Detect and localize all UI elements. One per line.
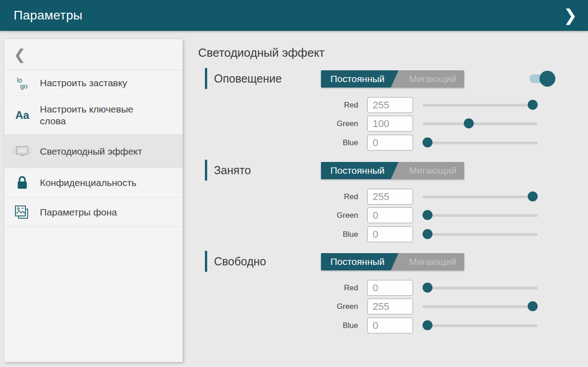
- section-name: Свободно: [214, 255, 266, 268]
- mode-constant-button[interactable]: Постоянный: [321, 162, 398, 179]
- sidebar-item-label: Параметры фона: [40, 200, 117, 225]
- section-accent-bar: [205, 160, 207, 181]
- slider-track: [423, 122, 538, 125]
- slider-thumb[interactable]: [464, 118, 474, 128]
- channel-row-green: Green: [198, 207, 556, 223]
- lock-icon: [5, 176, 40, 190]
- slider-track: [423, 104, 538, 107]
- background-images-icon: [5, 205, 40, 220]
- green-value-input[interactable]: [367, 298, 413, 314]
- mode-segmented-control[interactable]: Постоянный Мигающий: [321, 162, 464, 179]
- sidebar-item-privacy[interactable]: Конфиденциальность: [5, 168, 183, 198]
- slider-track: [423, 233, 538, 236]
- led-section-free: Свободно Постоянный Мигающий Red Green B…: [198, 250, 556, 338]
- section-name: Оповещение: [214, 72, 282, 85]
- sidebar-item-label: Конфиденциальность: [40, 170, 136, 196]
- sidebar-item-keywords[interactable]: Aa Настроить ключевые слова: [5, 96, 183, 135]
- slider-track: [423, 324, 538, 327]
- sidebar-item-led-effect[interactable]: Светодиодный эффект: [5, 135, 183, 168]
- section-name: Занято: [214, 164, 251, 177]
- mode-blinking-button[interactable]: Мигающий: [398, 162, 464, 179]
- blue-slider[interactable]: [423, 226, 538, 242]
- slider-track: [423, 196, 538, 198]
- red-slider[interactable]: [423, 280, 538, 296]
- slider-track: [423, 305, 538, 308]
- slider-thumb[interactable]: [528, 301, 538, 311]
- blue-value-input[interactable]: [367, 318, 413, 333]
- channel-row-red: Red: [198, 189, 556, 205]
- channel-row-red: Red: [198, 280, 556, 296]
- blue-slider[interactable]: [423, 318, 538, 333]
- sidebar-back-button[interactable]: ❮: [5, 39, 183, 70]
- back-chevron-icon: ❮: [14, 47, 26, 62]
- page-title: Параметры: [14, 8, 83, 23]
- channel-label: Red: [317, 97, 358, 113]
- red-slider[interactable]: [423, 189, 538, 205]
- mode-constant-button[interactable]: Постоянный: [321, 70, 398, 88]
- slider-thumb[interactable]: [423, 229, 432, 239]
- green-value-input[interactable]: [367, 207, 413, 223]
- red-value-input[interactable]: [367, 97, 413, 113]
- section-accent-bar: [205, 68, 207, 89]
- settings-sidebar: ❮ lo go Настроить заставку Aa Настроить …: [5, 39, 183, 362]
- mode-segmented-control[interactable]: Постоянный Мигающий: [321, 70, 464, 88]
- sidebar-item-label: Настроить ключевые слова: [40, 97, 153, 134]
- led-section-busy: Занято Постоянный Мигающий Red Green Blu…: [198, 159, 556, 247]
- channel-label: Blue: [317, 135, 358, 151]
- channel-row-green: Green: [198, 298, 556, 314]
- green-slider[interactable]: [423, 298, 538, 314]
- mode-blinking-button[interactable]: Мигающий: [398, 70, 464, 88]
- led-display-icon: [5, 145, 40, 158]
- forward-chevron-icon[interactable]: ❯: [564, 7, 577, 24]
- sidebar-item-background[interactable]: Параметры фона: [5, 198, 183, 227]
- channel-row-blue: Blue: [198, 135, 556, 151]
- channel-row-blue: Blue: [198, 226, 556, 242]
- green-value-input[interactable]: [367, 116, 413, 132]
- slider-track: [423, 214, 538, 217]
- section-title-led-effect: Светодиодный эффект: [198, 46, 325, 60]
- channel-label: Green: [317, 207, 358, 223]
- blue-value-input[interactable]: [367, 226, 413, 242]
- green-slider[interactable]: [423, 207, 538, 223]
- slider-thumb[interactable]: [423, 210, 432, 220]
- red-value-input[interactable]: [367, 189, 413, 205]
- slider-track: [423, 142, 538, 144]
- sidebar-item-label: Светодиодный эффект: [40, 139, 142, 164]
- blue-slider[interactable]: [423, 135, 538, 151]
- led-section-notification: Оповещение Постоянный Мигающий Red Green…: [198, 67, 556, 156]
- channel-label: Blue: [317, 318, 358, 333]
- red-slider[interactable]: [423, 97, 538, 113]
- channel-row-blue: Blue: [198, 318, 556, 333]
- channel-label: Red: [317, 280, 358, 296]
- channel-row-green: Green: [198, 116, 556, 132]
- mode-constant-button[interactable]: Постоянный: [321, 253, 398, 270]
- notification-enabled-toggle[interactable]: [530, 70, 556, 87]
- sidebar-item-label: Настроить заставку: [40, 70, 127, 96]
- toggle-thumb: [539, 71, 555, 87]
- slider-thumb[interactable]: [423, 137, 432, 147]
- app-header: Параметры ❯: [0, 0, 588, 31]
- slider-thumb[interactable]: [528, 100, 538, 110]
- slider-track: [423, 287, 538, 289]
- channel-label: Blue: [317, 226, 358, 242]
- slider-thumb[interactable]: [423, 283, 432, 293]
- mode-blinking-button[interactable]: Мигающий: [398, 253, 464, 270]
- logo-icon: lo go: [5, 77, 40, 89]
- blue-value-input[interactable]: [367, 135, 413, 151]
- green-slider[interactable]: [423, 116, 538, 132]
- channel-label: Green: [317, 116, 358, 132]
- channel-row-red: Red: [198, 97, 556, 113]
- keywords-icon: Aa: [5, 109, 40, 122]
- section-accent-bar: [205, 251, 207, 272]
- mode-segmented-control[interactable]: Постоянный Мигающий: [321, 253, 464, 270]
- channel-label: Red: [317, 189, 358, 205]
- channel-label: Green: [317, 298, 358, 314]
- slider-thumb[interactable]: [423, 320, 432, 330]
- sidebar-item-splash-screen[interactable]: lo go Настроить заставку: [5, 70, 183, 96]
- slider-thumb[interactable]: [528, 191, 538, 201]
- red-value-input[interactable]: [367, 280, 413, 296]
